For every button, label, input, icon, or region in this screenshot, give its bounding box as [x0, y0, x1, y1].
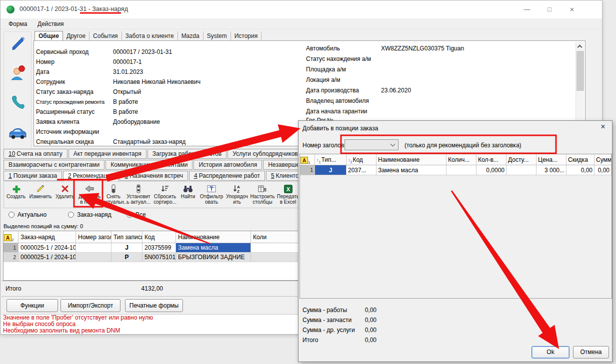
radio-actual[interactable]: Актуально — [8, 211, 46, 218]
tab-appointments[interactable]: 3Назначения встреч — [120, 171, 188, 181]
sum-value: 0,00 — [352, 327, 376, 334]
unset-actual-button[interactable]: Снятьактуальн.. — [103, 183, 124, 205]
field-value[interactable]: XW8ZZZ5NZLG030375 Tiguan — [381, 45, 464, 52]
menu-actions[interactable]: Действия — [38, 20, 64, 27]
field-value[interactable]: Открытый — [113, 88, 141, 95]
ok-button[interactable]: Ok — [532, 346, 570, 359]
tab-events[interactable]: События — [90, 31, 122, 41]
column-header[interactable]: Код — [142, 231, 176, 243]
column-header[interactable]: Кол-в... — [476, 154, 506, 165]
phone-icon[interactable] — [10, 95, 26, 112]
tab-other[interactable]: Другое — [63, 31, 90, 41]
tab-car-history[interactable]: История автомобиля — [194, 160, 262, 170]
car-icon[interactable] — [8, 127, 27, 141]
find-button[interactable]: Найти — [178, 183, 198, 199]
selected-sum-text: Выделено позиций на сумму: 0 — [4, 223, 83, 229]
filter-button[interactable]: Отфильтровать — [199, 183, 224, 205]
column-header[interactable]: Досту... — [506, 154, 536, 165]
tab-inventory-act[interactable]: Акт передачи инвентаря — [68, 149, 146, 159]
table-corner-cell[interactable]: A1 — [300, 154, 315, 165]
column-header[interactable]: Наименование — [376, 154, 446, 165]
column-header[interactable]: Скидка — [566, 154, 594, 165]
cancel-button[interactable]: Отмена — [573, 346, 609, 359]
sort-ascending-icon: ↑1 — [316, 158, 320, 163]
maximize-button[interactable]: □ — [540, 3, 558, 16]
tab-communications[interactable]: Коммуникации с клиентами — [106, 160, 192, 170]
field-value[interactable]: 0000017-1 — [113, 58, 142, 65]
field-value[interactable]: В работе — [113, 108, 138, 115]
create-button[interactable]: Создать — [5, 183, 27, 199]
field-value[interactable]: Стандартный заказ-наряд — [113, 138, 186, 145]
svg-text:X: X — [286, 186, 290, 192]
radio-label: Актуально — [18, 211, 46, 218]
column-header[interactable]: ↑2Код — [346, 154, 376, 165]
import-export-button[interactable]: Импорт/Экспорт — [60, 299, 120, 312]
delete-x-icon — [54, 184, 76, 194]
field-label: Дата производства — [306, 87, 359, 94]
tab-settlements[interactable]: Взаиморасчеты с контрагентами — [4, 160, 104, 170]
reset-sorting-button[interactable]: Сброситьсортиро... — [153, 183, 177, 205]
tab-work-distribution[interactable]: 4Распределение работ — [189, 171, 265, 181]
selected-cell[interactable]: J — [315, 165, 346, 175]
dialog-close-icon[interactable]: × — [598, 122, 608, 132]
sum-label: Сумма - запчасти — [302, 317, 352, 324]
scrollbar-thumb[interactable] — [576, 51, 584, 91]
delete-button[interactable]: Удалить — [54, 183, 76, 199]
reset-sorting-icon — [153, 184, 177, 194]
tab-system[interactable]: System — [204, 31, 231, 41]
tab-invoices[interactable]: 10Счета на оплату — [4, 149, 68, 159]
client-alert-icon[interactable] — [10, 65, 26, 83]
sort-button[interactable]: AZ Упорядочить — [225, 183, 249, 205]
edit-button[interactable]: Изменить — [28, 183, 53, 199]
column-header[interactable]: Цена... — [536, 154, 566, 165]
field-value[interactable]: 31.01.2023 — [113, 68, 143, 75]
field-value[interactable]: 23.06.2020 — [381, 87, 411, 94]
sum-value: 0,00 — [352, 337, 376, 344]
chevron-down-icon — [390, 142, 396, 147]
set-actual-button[interactable]: Установить актуал... — [125, 183, 152, 205]
functions-button[interactable]: Функции — [6, 299, 58, 312]
field-label: Статус нахождения а/м — [306, 55, 371, 62]
close-button[interactable]: × — [563, 3, 581, 16]
pen-icon[interactable] — [10, 36, 26, 54]
column-header[interactable]: Наименование — [176, 231, 251, 243]
print-forms-button[interactable]: Печатные формы — [125, 299, 183, 312]
columns-setup-button[interactable]: ± Настроитьстолбцы — [250, 183, 275, 205]
tab-history[interactable]: История — [231, 31, 262, 41]
field-value[interactable]: 0000017 / 2023-01-31 — [113, 48, 172, 55]
scroll-up-icon[interactable] — [578, 45, 582, 50]
header-number-label: Номер заголовка — [302, 142, 350, 149]
tab-workstations-load[interactable]: Загрузка рабочих постов — [148, 149, 226, 159]
field-value[interactable]: В работе — [113, 98, 138, 105]
excel-icon: X — [276, 184, 300, 194]
column-header[interactable]: Тип записи — [112, 231, 142, 243]
export-excel-button[interactable]: X Передатьв Excel — [276, 183, 300, 205]
header-number-select[interactable] — [344, 139, 398, 150]
tab-subcontractor-services[interactable]: Услуги субподрядчиков — [228, 149, 303, 159]
column-header[interactable]: Номер заголов... — [76, 231, 112, 243]
add-to-positions-button[interactable]: Добавитьв пози... — [77, 183, 102, 205]
add-to-order-positions-dialog: Добавить в позиции заказа × Номер заголо… — [298, 120, 612, 362]
minimize-button[interactable]: — — [518, 3, 536, 16]
column-header[interactable]: Сумма... — [594, 154, 612, 165]
field-label: Заявка клиента — [36, 118, 80, 125]
menu-form[interactable]: Форма — [8, 20, 27, 27]
sort-ascending-icon: ↑2 — [348, 158, 352, 163]
field-value[interactable]: Николаев Николай Николаевич — [113, 78, 200, 85]
field-label: Сервисный проход — [36, 48, 88, 55]
field-value[interactable]: Дооборудование — [113, 118, 160, 125]
create-plus-icon — [5, 184, 27, 194]
column-header[interactable]: Заказ-наряд — [18, 231, 76, 243]
selected-cell[interactable]: Замена масла — [176, 243, 251, 253]
tab-recommendations[interactable]: 2Рекомендации — [63, 171, 118, 182]
table-corner-cell[interactable]: A2 — [4, 231, 18, 243]
tab-general[interactable]: Общие — [34, 31, 63, 41]
tab-order-positions[interactable]: 1Позиции заказа — [4, 171, 62, 181]
tab-mazda[interactable]: Mazda — [178, 31, 204, 41]
radio-icon — [68, 212, 74, 218]
column-header[interactable]: Колич... — [446, 154, 476, 165]
radio-all[interactable]: Все — [126, 211, 146, 218]
radio-work-order[interactable]: Заказ-наряд — [68, 211, 112, 218]
tab-customer-care[interactable]: Забота о клиенте — [122, 31, 178, 41]
column-header[interactable]: ↑1Тип... — [315, 154, 346, 165]
